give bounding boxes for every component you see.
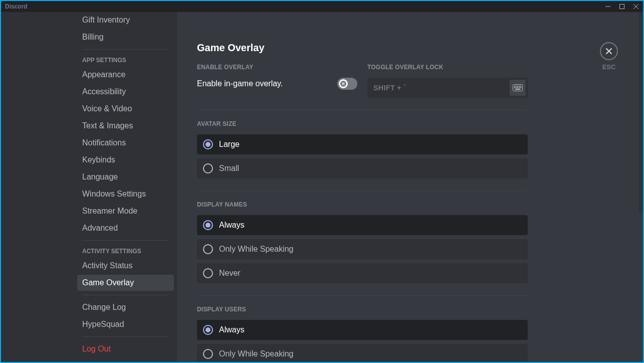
svg-rect-8 [514,87,515,88]
radio-display-names-speaking[interactable]: Only While Speaking [197,239,528,259]
minimize-button[interactable] [601,1,615,12]
display-names-label: Display Names [197,201,528,208]
svg-rect-4 [516,86,517,87]
maximize-button[interactable] [615,1,629,12]
radio-display-users-always[interactable]: Always [197,320,528,340]
radio-display-users-speaking[interactable]: Only While Speaking [197,344,528,362]
sidebar-item-appearance[interactable]: Appearance [77,67,174,83]
sidebar-item-billing[interactable]: Billing [77,29,174,45]
titlebar: Discord [1,1,643,12]
radio-icon [203,163,213,173]
sidebar-item-game-overlay[interactable]: Game Overlay [77,275,174,291]
sidebar-separator [82,240,169,241]
maximize-icon [619,4,624,9]
settings-sidebar: Gift Inventory Billing App Settings Appe… [1,12,177,362]
divider [197,295,528,296]
divider [197,110,528,110]
toggle-off-icon [340,81,346,87]
sidebar-item-accessibility[interactable]: Accessibility [77,84,174,100]
svg-rect-13 [515,89,520,90]
minimize-icon [605,4,610,9]
close-icon [604,47,613,56]
keybind-value: SHIFT + ` [373,84,406,92]
svg-rect-9 [516,87,517,88]
avatar-size-label: Avatar Size [197,120,528,127]
sidebar-separator [82,49,169,50]
close-settings-button[interactable] [600,42,618,60]
sidebar-item-language[interactable]: Language [77,169,174,185]
radio-display-names-never[interactable]: Never [197,263,528,283]
sidebar-item-keybinds[interactable]: Keybinds [77,152,174,168]
sidebar-item-windows-settings[interactable]: Windows Settings [77,186,174,202]
display-users-label: Display Users [197,306,528,313]
enable-overlay-toggle[interactable] [337,78,357,90]
svg-rect-6 [519,86,520,87]
radio-avatar-small[interactable]: Small [197,158,528,178]
sidebar-item-change-log[interactable]: Change Log [77,299,174,315]
keyboard-icon [510,80,526,96]
content: Gift Inventory Billing App Settings Appe… [1,12,643,362]
close-settings: ESC [600,42,618,71]
divider [197,191,528,191]
svg-rect-5 [517,86,518,87]
window-title: Discord [5,3,28,10]
sidebar-item-gift-inventory[interactable]: Gift Inventory [77,12,174,28]
radio-icon [203,349,213,359]
svg-rect-12 [520,87,521,88]
avatar-size-group: Large Small [197,134,528,178]
svg-rect-11 [519,87,520,88]
toggle-overlay-lock-label: Toggle Overlay Lock [367,64,528,71]
scrollbar[interactable] [639,12,643,213]
main-panel: ESC Game Overlay Enable Overlay Enable i… [177,12,643,362]
svg-rect-10 [517,87,518,88]
radio-avatar-large[interactable]: Large [197,134,528,154]
sidebar-item-streamer-mode[interactable]: Streamer Mode [77,203,174,219]
radio-icon [203,268,213,278]
sidebar-item-activity-status[interactable]: Activity Status [77,258,174,274]
radio-icon [203,244,213,254]
sidebar-separator [82,295,169,295]
sidebar-item-text-images[interactable]: Text & Images [77,118,174,134]
radio-icon [203,325,213,335]
sidebar-item-voice-video[interactable]: Voice & Video [77,101,174,117]
toggle-knob [339,79,348,88]
keybind-input[interactable]: SHIFT + ` [367,78,528,98]
sidebar-item-advanced[interactable]: Advanced [77,220,174,236]
sidebar-item-hypesquad[interactable]: HypeSquad [77,316,174,332]
svg-rect-3 [514,86,515,87]
app-window: Discord Gift Inventory Billing App Setti… [1,1,643,362]
close-icon [633,4,639,10]
close-settings-label: ESC [602,63,616,71]
enable-overlay-label: Enable Overlay [197,64,357,71]
page-title: Game Overlay [197,42,528,54]
sidebar-separator [82,336,169,337]
sidebar-item-notifications[interactable]: Notifications [77,135,174,151]
radio-icon [203,139,213,149]
svg-rect-0 [620,5,624,9]
close-window-button[interactable] [629,1,643,12]
radio-display-names-always[interactable]: Always [197,215,528,235]
sidebar-header-activity-settings: Activity Settings [77,245,174,258]
display-users-group: Always Only While Speaking [197,320,528,362]
window-controls [601,1,643,12]
svg-rect-7 [520,86,521,87]
display-names-group: Always Only While Speaking Never [197,215,528,283]
radio-icon [203,220,213,230]
sidebar-item-log-out[interactable]: Log Out [77,341,174,357]
enable-overlay-text: Enable in-game overlay. [197,79,283,88]
sidebar-header-app-settings: App Settings [77,54,174,67]
